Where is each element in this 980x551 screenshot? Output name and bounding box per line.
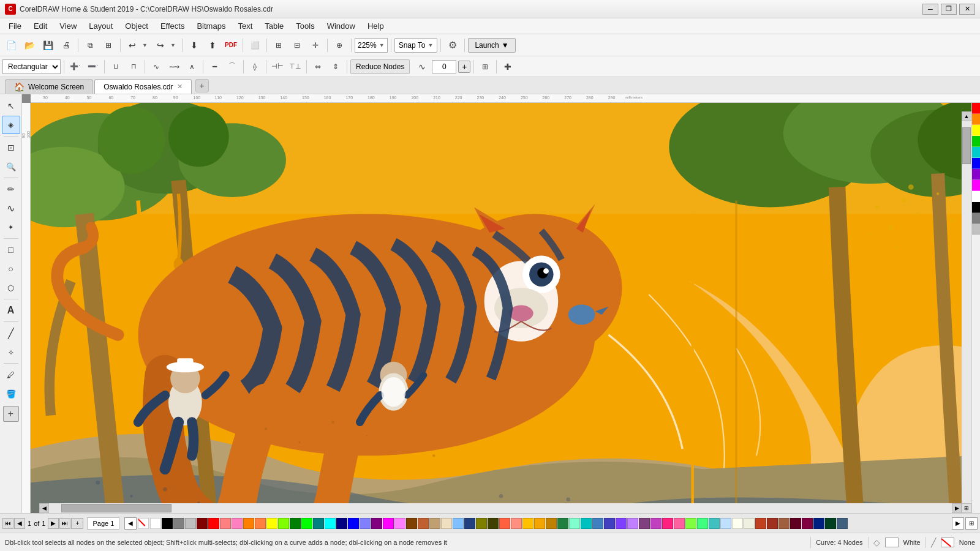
menu-edit[interactable]: Edit <box>28 20 53 32</box>
swatch-slate[interactable] <box>837 518 848 529</box>
rp-0[interactable] <box>972 103 980 114</box>
rp-3[interactable] <box>972 136 980 147</box>
add-node-btn[interactable]: ➕⋅ <box>67 59 83 75</box>
swatch-indigo[interactable] <box>604 518 615 529</box>
menu-object[interactable]: Object <box>119 20 154 32</box>
menu-table[interactable]: Table <box>258 20 290 32</box>
swatch-lime[interactable] <box>278 518 289 529</box>
rp-6[interactable] <box>972 169 980 180</box>
menu-effects[interactable]: Effects <box>154 20 191 32</box>
swatch-blue[interactable] <box>348 518 359 529</box>
swatch-hot-pink[interactable] <box>674 518 685 529</box>
swatch-rust[interactable] <box>755 518 766 529</box>
elastic-mode-btn[interactable]: ⟠ <box>247 59 263 75</box>
swatch-chartreuse[interactable] <box>685 518 696 529</box>
swatch-violet[interactable] <box>616 518 627 529</box>
snap-to-dropdown[interactable]: Snap To ▼ <box>394 38 438 53</box>
scroll-thumb-h[interactable] <box>61 504 172 512</box>
node-break-btn[interactable]: ⊓ <box>126 59 141 75</box>
launch-button[interactable]: Launch ▼ <box>468 38 515 53</box>
swatch-periwinkle[interactable] <box>360 518 371 529</box>
text-tool-btn[interactable]: A <box>2 301 20 320</box>
scroll-left-button[interactable]: ◀ <box>39 503 49 513</box>
nav-first[interactable]: ⏮ <box>2 518 13 529</box>
scroll-thumb-v[interactable] <box>962 127 971 164</box>
swatch-mint[interactable] <box>569 518 580 529</box>
scroll-track-h[interactable] <box>49 503 952 513</box>
crop-tool-btn[interactable]: ⊡ <box>2 138 20 157</box>
swatch-powder[interactable] <box>720 518 731 529</box>
reduce-nodes-button[interactable]: Reduce Nodes <box>350 59 410 74</box>
align-h-btn[interactable]: ⊣⊢ <box>270 59 285 75</box>
swatch-red[interactable] <box>208 518 219 529</box>
select-tool-btn[interactable]: ↖ <box>2 97 20 115</box>
color-scroll-end[interactable]: ⊞ <box>965 517 978 530</box>
menu-window[interactable]: Window <box>321 20 361 32</box>
restore-button[interactable]: ❐ <box>941 4 957 15</box>
swatch-spring[interactable] <box>697 518 708 529</box>
swatch-gray[interactable] <box>173 518 184 529</box>
nav-prev[interactable]: ◀ <box>14 518 25 529</box>
swatch-deep-green[interactable] <box>825 518 836 529</box>
grid-btn[interactable]: ⊞ <box>270 37 287 54</box>
ellipse-tool-btn[interactable]: ○ <box>2 260 20 278</box>
swatch-brown[interactable] <box>406 518 417 529</box>
print-button[interactable]: 🖨 <box>58 37 75 54</box>
swatch-tan[interactable] <box>429 518 440 529</box>
node-connect-btn[interactable]: ⊔ <box>108 59 124 75</box>
import-button[interactable]: ⬇ <box>186 37 203 54</box>
swatch-lavender[interactable] <box>627 518 638 529</box>
settings-button[interactable]: ⚙ <box>444 37 461 54</box>
tab-file[interactable]: Oswaldo Rosales.cdr ✕ <box>94 79 191 94</box>
view-mode[interactable]: ⬜ <box>246 37 263 54</box>
rp-5[interactable] <box>972 158 980 169</box>
tool-add-btn[interactable]: + <box>3 406 19 422</box>
nav-last[interactable]: ⏭ <box>59 518 70 529</box>
rp-2[interactable] <box>972 125 980 136</box>
swatch-sienna[interactable] <box>778 518 790 529</box>
fill-swatch[interactable] <box>885 538 899 547</box>
swatch-blue-dark[interactable] <box>336 518 347 529</box>
rp-7[interactable] <box>972 180 980 191</box>
interactive-tool-btn[interactable]: ⟡ <box>2 343 20 361</box>
eyedropper-tool-btn[interactable]: 🖊 <box>2 365 20 384</box>
export-button[interactable]: ⬆ <box>204 37 221 54</box>
sym-node-btn[interactable]: ⟿ <box>166 59 182 75</box>
rp-4[interactable] <box>972 147 980 158</box>
shape-selector[interactable]: Rectangular Freehand <box>2 59 61 74</box>
menu-view[interactable]: View <box>53 20 83 32</box>
swatch-deep-pink[interactable] <box>662 518 673 529</box>
swatch-beige[interactable] <box>441 518 452 529</box>
swatch-navy[interactable] <box>464 518 475 529</box>
reflect-v-btn[interactable]: ⇕ <box>328 59 344 75</box>
swatch-brick[interactable] <box>767 518 778 529</box>
rp-8[interactable] <box>972 191 980 202</box>
rp-10[interactable] <box>972 213 980 224</box>
cusp-node-btn[interactable]: ∧ <box>184 59 200 75</box>
color-scroll-right[interactable]: ▶ <box>952 517 964 530</box>
align-v-btn[interactable]: ⊤⊥ <box>287 59 303 75</box>
nav-next[interactable]: ▶ <box>48 518 59 529</box>
corel-connect[interactable]: ⊕ <box>331 37 348 54</box>
copy-properties[interactable]: ⧉ <box>81 37 99 54</box>
snap-btn[interactable]: ⊟ <box>288 37 306 54</box>
new-button[interactable]: 📄 <box>2 37 20 54</box>
scroll-up-button[interactable]: ▲ <box>962 111 971 121</box>
menu-help[interactable]: Help <box>361 20 390 32</box>
swatch-orchid[interactable] <box>650 518 662 529</box>
swatch-maroon[interactable] <box>790 518 801 529</box>
swatch-pink2[interactable] <box>394 518 405 529</box>
rect-tool-btn[interactable]: □ <box>2 241 20 259</box>
swatch-white[interactable] <box>150 518 161 529</box>
menu-text[interactable]: Text <box>232 20 258 32</box>
tab-close-button[interactable]: ✕ <box>177 83 183 91</box>
swatch-olive2[interactable] <box>488 518 499 529</box>
swatch-gold[interactable] <box>522 518 533 529</box>
save-button[interactable]: 💾 <box>39 37 56 54</box>
nav-add-page[interactable]: + <box>71 518 83 529</box>
extra-options-btn[interactable]: ✚ <box>500 59 516 75</box>
outline-swatch[interactable] <box>941 538 954 547</box>
swatch-wine[interactable] <box>802 518 813 529</box>
zoom-dropdown[interactable]: 225% ▼ <box>355 38 388 53</box>
fill-tool-btn[interactable]: 🪣 <box>2 384 20 403</box>
